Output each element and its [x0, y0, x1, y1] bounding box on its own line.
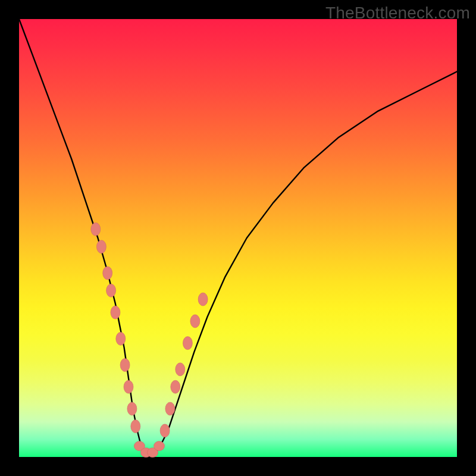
curve-marker	[198, 293, 208, 306]
curve-marker	[183, 337, 192, 350]
markers-right-branch	[160, 293, 208, 437]
curve-marker	[116, 332, 126, 345]
markers-left-branch	[91, 223, 140, 433]
curve-marker	[190, 315, 200, 328]
curve-marker	[96, 240, 106, 253]
curve-marker	[131, 420, 140, 433]
curve-marker	[103, 267, 112, 280]
curve-marker	[111, 306, 120, 319]
curve-marker	[127, 402, 137, 415]
markers-bottom	[134, 441, 164, 458]
curve-marker	[171, 380, 180, 393]
curve-marker	[165, 402, 175, 415]
curve-marker	[107, 284, 116, 297]
chart-svg	[19, 19, 457, 457]
curve-marker	[176, 363, 185, 376]
curve-marker	[154, 441, 165, 451]
curve-marker	[120, 358, 130, 371]
curve-marker	[160, 424, 170, 437]
curve-marker	[91, 223, 101, 236]
chart-frame: TheBottleneck.com	[0, 0, 476, 476]
watermark-text: TheBottleneck.com	[325, 4, 470, 23]
curve-marker	[124, 380, 133, 393]
bottleneck-curve	[19, 19, 457, 457]
